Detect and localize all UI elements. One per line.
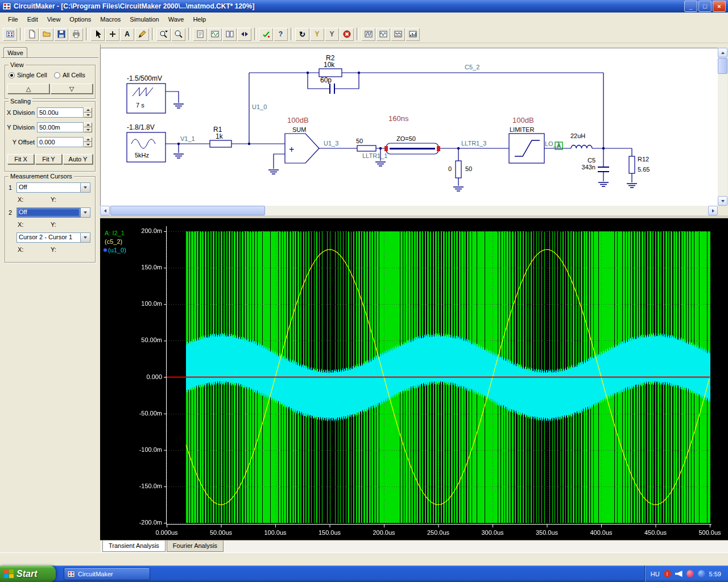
wire-tool-button[interactable] (135, 28, 149, 41)
menu-edit[interactable]: Edit (23, 14, 43, 25)
messenger-tray-icon[interactable] (686, 570, 694, 577)
y-offset-spinner[interactable] (84, 137, 92, 147)
source-sawtooth[interactable]: -1.5/500mV 7 s (127, 74, 166, 113)
resistor-r12[interactable]: R12 5.65 (629, 156, 650, 173)
menu-view[interactable]: View (43, 14, 65, 25)
resistor-series-50[interactable]: 50 (356, 138, 376, 151)
probe-v-button[interactable]: Y (310, 28, 324, 41)
menu-wave[interactable]: Wave (164, 14, 189, 25)
tab-transient-analysis[interactable]: Transient Analysis (102, 541, 166, 552)
x-division-spinner[interactable] (84, 107, 92, 118)
schematic-canvas[interactable]: -1.5/500mV 7 s -1.8/1.8V 5kHz R1 1k R2 1… (101, 48, 718, 206)
tab-fourier-analysis[interactable]: Fourier Analysis (167, 541, 224, 552)
limiter[interactable]: 100dB LIMITER (509, 116, 544, 163)
netlist-button[interactable] (193, 28, 207, 41)
minimize-button[interactable]: _ (684, 1, 697, 12)
pan-view-button[interactable] (237, 28, 251, 41)
cursor2-combo[interactable]: Off (16, 207, 90, 218)
x-division-input[interactable] (37, 107, 84, 118)
language-indicator[interactable]: HU (651, 571, 660, 577)
tab-wave[interactable]: Wave (3, 47, 27, 58)
svg-text:LO_1: LO_1 (545, 140, 560, 147)
radio-all-cells[interactable]: All Cells (54, 72, 85, 78)
svg-text:100dB: 100dB (512, 116, 534, 124)
chevron-down-icon[interactable] (80, 208, 90, 217)
cursor-diff-combo[interactable]: Cursor 2 - Cursor 1 (16, 232, 90, 243)
wave-side-panel: Wave View Single Cell All Cells △ ▽ Scal… (0, 44, 101, 552)
resistor-shunt-50[interactable]: 0 50 (448, 161, 472, 178)
maximize-button[interactable]: □ (698, 1, 712, 12)
source-sine[interactable]: -1.8/1.8V 5kHz (127, 123, 166, 162)
chevron-down-icon[interactable] (80, 233, 90, 242)
sine-wave-icon (379, 30, 388, 39)
inductor-22uh[interactable]: 22uH (570, 132, 592, 148)
menu-file[interactable]: File (3, 14, 23, 25)
probe-i-button[interactable]: Y (325, 28, 339, 41)
y-division-input[interactable] (37, 122, 84, 132)
browse-button[interactable] (3, 28, 17, 41)
open-button[interactable] (39, 28, 53, 41)
antivirus-tray-icon[interactable]: ! (664, 570, 671, 577)
text-tool-button[interactable]: A (120, 28, 134, 41)
y-offset-input[interactable] (37, 137, 84, 147)
svg-text:SUM: SUM (292, 126, 306, 133)
zoom-menu-button[interactable] (156, 28, 171, 41)
horizontal-scroll-thumb[interactable] (110, 206, 265, 215)
network-tray-icon[interactable] (698, 570, 705, 577)
save-button[interactable] (54, 28, 68, 41)
capacitor-c5[interactable]: C5 343n (582, 157, 609, 172)
menu-help[interactable]: Help (188, 14, 210, 25)
cursor1-y-label: Y: (51, 196, 56, 203)
schematic-editor[interactable]: -1.5/500mV 7 s -1.8/1.8V 5kHz R1 1k R2 1… (100, 48, 718, 206)
run-simulation-button[interactable] (259, 28, 273, 41)
scroll-left-button[interactable] (100, 206, 110, 215)
y-division-spinner[interactable] (84, 122, 92, 132)
radio-single-cell[interactable]: Single Cell (9, 72, 47, 78)
circuit-horizontal-scrollbar[interactable] (100, 206, 718, 215)
close-button[interactable]: × (713, 1, 726, 12)
zoom-button[interactable] (171, 28, 185, 41)
resistor-r1[interactable]: R1 1k (210, 126, 231, 147)
stop-simulation-button[interactable] (340, 28, 354, 41)
zoom-icon (174, 30, 183, 39)
desktop: CircuitMaker - [C:\Program Files\Circuit… (0, 0, 728, 582)
taskbar: Start CircuitMaker HU ! 5:59 (0, 566, 728, 582)
scroll-right-button[interactable] (708, 206, 718, 215)
fit-x-button[interactable]: Fit X (7, 154, 34, 164)
chevron-down-icon[interactable] (80, 183, 90, 192)
fit-y-button[interactable]: Fit Y (35, 154, 62, 164)
waveform-plot[interactable] (100, 218, 728, 540)
cell-down-button[interactable]: ▽ (51, 84, 93, 94)
taskbar-task-circuitmaker[interactable]: CircuitMaker (64, 567, 150, 580)
menu-simulation[interactable]: Simulation (125, 14, 163, 25)
menu-macros[interactable]: Macros (96, 14, 125, 25)
reset-simulation-button[interactable]: ↻ (295, 28, 309, 41)
y-division-label: Y Division (6, 124, 35, 131)
scroll-up-button[interactable] (718, 48, 727, 57)
cursor1-combo[interactable]: Off (16, 182, 90, 193)
waveform-viewer-button[interactable] (208, 28, 222, 41)
spectrum-button[interactable] (406, 28, 420, 41)
start-button[interactable]: Start (0, 566, 56, 582)
capacitor-60p[interactable]: 60p (320, 76, 334, 94)
vertical-scroll-thumb[interactable] (718, 58, 727, 74)
select-tool-button[interactable] (90, 28, 105, 41)
new-button[interactable] (24, 28, 39, 41)
cell-up-button[interactable]: △ (7, 84, 49, 94)
menu-options[interactable]: Options (65, 14, 96, 25)
place-part-button[interactable] (105, 28, 119, 41)
auto-y-button[interactable]: Auto Y (63, 154, 93, 164)
analog-scope-button[interactable] (376, 28, 390, 41)
split-view-button[interactable] (222, 28, 237, 41)
scroll-down-button[interactable] (718, 196, 727, 206)
volume-tray-icon[interactable] (675, 571, 682, 577)
resistor-r2[interactable]: R2 10k (319, 54, 342, 77)
help-button[interactable]: ? (274, 28, 288, 41)
circuit-vertical-scrollbar[interactable] (718, 48, 727, 206)
print-button[interactable] (69, 28, 83, 41)
digital-scope-button[interactable] (361, 28, 375, 41)
clock[interactable]: 5:59 (709, 571, 721, 577)
sum-amplifier[interactable]: + 100dB SUM (285, 116, 319, 163)
mixed-scope-button[interactable] (391, 28, 405, 41)
transmission-line[interactable]: 160ns ZO=50 (384, 114, 440, 154)
